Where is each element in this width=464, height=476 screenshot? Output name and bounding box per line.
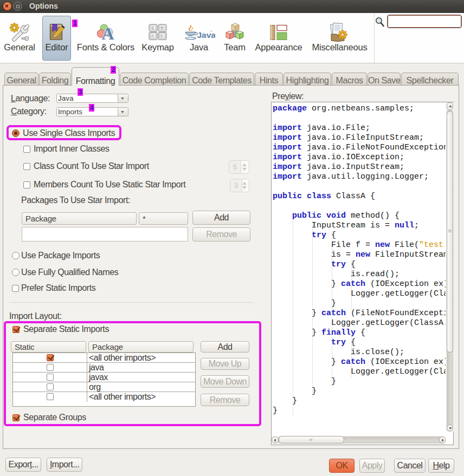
svg-text:W: W	[160, 26, 164, 29]
svg-text:S: S	[160, 34, 163, 37]
svg-text:Q: Q	[151, 26, 154, 29]
svg-text:A: A	[151, 34, 154, 37]
svg-text:A: A	[101, 24, 114, 41]
svg-text:Java: Java	[197, 30, 216, 40]
